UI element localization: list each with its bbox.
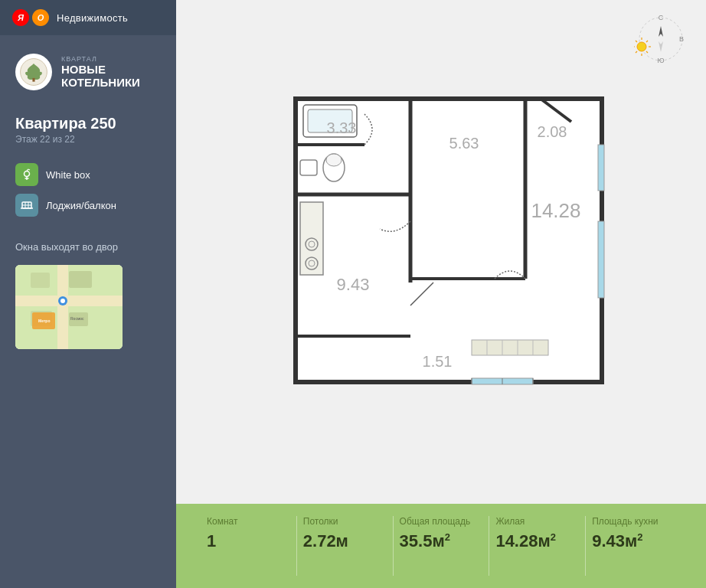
living-value: 14.28м2 <box>495 531 579 551</box>
svg-marker-33 <box>659 26 663 37</box>
svg-rect-52 <box>300 160 317 175</box>
svg-text:14.28: 14.28 <box>531 199 580 222</box>
svg-rect-11 <box>31 273 50 288</box>
svg-rect-47 <box>598 221 604 298</box>
compass: С В Ю <box>634 12 688 66</box>
floor-plan-area: С В Ю <box>176 0 706 504</box>
svg-text:5.63: 5.63 <box>449 135 479 152</box>
balcony-icon <box>15 194 38 217</box>
svg-text:Метро: Метро <box>38 318 50 323</box>
ceiling-value: 2.72м <box>303 531 387 551</box>
svg-point-24 <box>637 42 646 51</box>
feature-balcony: Лоджия/балкон <box>15 194 161 217</box>
svg-text:Ю: Ю <box>657 57 664 64</box>
kitchen-value: 9.43м2 <box>592 531 675 551</box>
sidebar: Я О Недвижимость квартал НОВЫЕКОТЕЛЬНИКИ… <box>0 0 176 588</box>
brand-logo <box>15 54 52 90</box>
map-image: Метро Rосмос <box>15 265 123 349</box>
balcony-label: Лоджия/балкон <box>46 200 116 211</box>
svg-line-32 <box>636 51 637 53</box>
svg-rect-10 <box>57 265 68 349</box>
windows-info: Окна выходят во двор <box>0 229 176 259</box>
brand-name: квартал НОВЫЕКОТЕЛЬНИКИ <box>61 55 140 90</box>
svg-text:Rосмос: Rосмос <box>70 316 84 321</box>
whitebox-icon <box>15 163 38 186</box>
feature-whitebox: White box <box>15 163 161 186</box>
whitebox-label: White box <box>46 169 90 181</box>
stat-total: Общая площадь 35.5м2 <box>400 516 483 551</box>
o-icon: О <box>32 9 49 26</box>
brand-section: квартал НОВЫЕКОТЕЛЬНИКИ <box>0 35 176 103</box>
svg-rect-9 <box>15 296 123 306</box>
svg-point-17 <box>60 299 65 303</box>
svg-point-20 <box>639 18 682 60</box>
total-value: 35.5м2 <box>400 531 483 551</box>
svg-point-51 <box>326 154 342 166</box>
svg-text:С: С <box>659 14 664 21</box>
divider-3 <box>489 516 489 576</box>
svg-rect-12 <box>69 271 92 288</box>
svg-line-29 <box>636 41 637 42</box>
ya-logo: Я О <box>12 9 49 26</box>
svg-text:В: В <box>679 35 684 43</box>
sidebar-header: Я О Недвижимость <box>0 0 176 35</box>
stat-kitchen: Площадь кухни 9.43м2 <box>592 516 675 551</box>
svg-text:9.43: 9.43 <box>337 275 370 294</box>
stat-rooms: Комнат 1 <box>207 516 290 551</box>
svg-rect-58 <box>472 340 548 355</box>
brand-main-label: НОВЫЕКОТЕЛЬНИКИ <box>61 64 140 89</box>
svg-text:1.51: 1.51 <box>423 353 453 370</box>
apartment-floor: Этаж 22 из 22 <box>15 134 161 145</box>
floor-plan-svg: 3.33 5.63 2.08 9.43 14.28 1.51 5.63 <box>250 68 632 436</box>
svg-rect-46 <box>598 145 604 191</box>
features-list: White box Лоджия/балкон <box>0 151 176 229</box>
svg-rect-1 <box>32 78 34 82</box>
apartment-info: Квартира 250 Этаж 22 из 22 <box>0 103 176 151</box>
svg-marker-34 <box>659 41 663 52</box>
divider-2 <box>393 516 394 576</box>
living-label: Жилая <box>495 516 579 527</box>
svg-text:3.33: 3.33 <box>327 119 357 136</box>
rooms-label: Комнат <box>207 516 290 527</box>
logo-text: Недвижимость <box>57 12 128 24</box>
stat-ceiling: Потолки 2.72м <box>303 516 387 551</box>
map-section: Метро Rосмос <box>15 265 123 349</box>
main-content: С В Ю <box>176 0 706 588</box>
divider-4 <box>585 516 586 576</box>
apartment-title: Квартира 250 <box>15 115 161 132</box>
svg-line-30 <box>646 51 648 53</box>
svg-point-2 <box>25 172 30 177</box>
stats-bar: Комнат 1 Потолки 2.72м Общая площадь 35.… <box>176 504 706 588</box>
rooms-value: 1 <box>207 531 290 551</box>
svg-text:2.08: 2.08 <box>538 123 567 140</box>
svg-line-31 <box>646 41 648 42</box>
ya-icon: Я <box>12 9 29 26</box>
total-label: Общая площадь <box>400 516 483 527</box>
stat-living: Жилая 14.28м2 <box>495 516 579 551</box>
ceiling-label: Потолки <box>303 516 387 527</box>
kitchen-label: Площадь кухни <box>592 516 675 527</box>
divider-1 <box>296 516 297 576</box>
windows-label: Окна выходят во двор <box>15 241 118 253</box>
